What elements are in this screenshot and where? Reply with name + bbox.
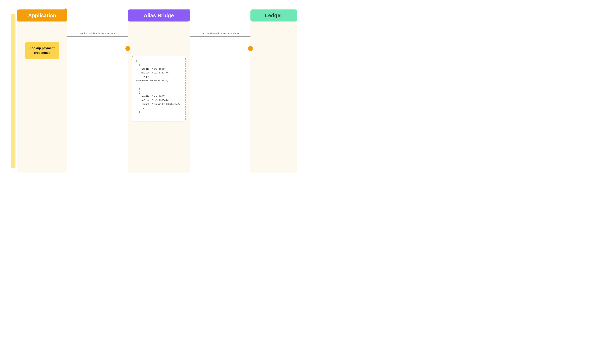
dot-right [248,46,253,51]
alias-bridge-column: Alias Bridge [ { handle: "crd.1881", wal… [128,10,190,172]
lookup-payment-box: Lookup payment credentials [25,42,59,59]
arrow1-svg: Lookup anchor for tel:1333444 [67,10,128,172]
dot-left [125,46,130,51]
response-json-box: [ { handle: "crd.1881", wallet: "tel:133… [132,56,186,121]
json-content: [ { handle: "crd.1881", wallet: "tel:133… [136,60,180,117]
resolve-bar [11,14,15,168]
application-column: Application Lookup payment credentials [17,10,67,172]
alias-bridge-header: Alias Bridge [128,10,190,22]
arrow2-svg: GET /wallets/tel:1333444/anchors [190,10,250,172]
ledger-header: Ledger [250,10,297,22]
application-header: Application [17,10,67,22]
ledger-column: Ledger [250,10,297,172]
svg-text:Lookup anchor for tel:1333444: Lookup anchor for tel:1333444 [80,32,115,35]
svg-text:GET /wallets/tel:1333444/ancho: GET /wallets/tel:1333444/anchors [201,32,239,35]
